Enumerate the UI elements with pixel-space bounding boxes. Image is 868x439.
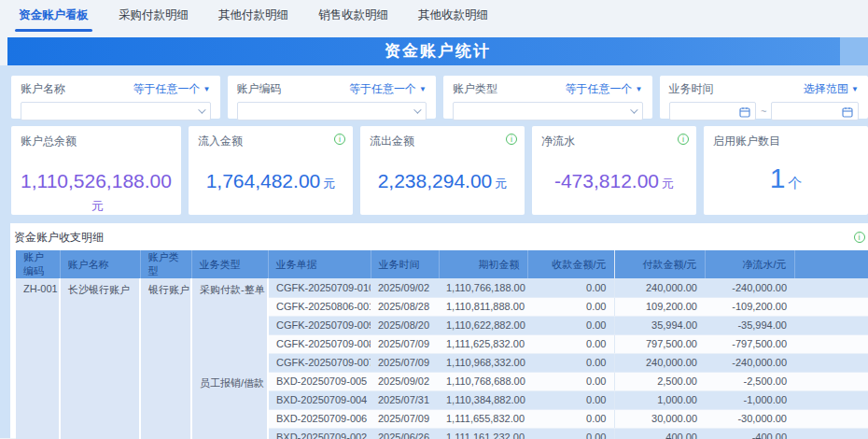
tab-purchase-payment-detail[interactable]: 采购付款明细 (117, 0, 190, 32)
column-header: 业务类型 (191, 250, 268, 278)
ledger-title: 资金账户收支明细 (14, 230, 104, 246)
column-header: 期初金额 (439, 250, 527, 278)
cell (794, 353, 868, 372)
filter-operator[interactable]: 等于任意一个▼ (566, 81, 643, 97)
cell: 0.00 (527, 409, 614, 428)
cell: 400.00 (614, 428, 705, 439)
cell: ZH-001 (16, 278, 60, 439)
info-icon[interactable]: i (854, 232, 865, 243)
cell: -797,500.00 (705, 334, 794, 353)
cell: -109,200.00 (705, 297, 794, 316)
cell: 0.00 (527, 353, 614, 372)
cell: 1,110,766,188.00 (439, 278, 527, 297)
cell: -1,000.00 (705, 390, 794, 409)
info-icon[interactable]: i (678, 134, 689, 145)
chevron-down-icon (198, 106, 205, 113)
cell: 1,111,655,832.00 (439, 409, 527, 428)
stat-value: 1个 (713, 163, 859, 194)
cell: 240,000.00 (614, 278, 705, 297)
cell: 2025/08/28 (371, 297, 439, 316)
stat-card-inflow: 流入金额 i 1,764,482.00元 (189, 126, 353, 215)
cell: 采购付款-整单 (191, 278, 268, 372)
cell (794, 372, 868, 390)
cell: 797,500.00 (614, 334, 705, 353)
cell: -30,000.00 (705, 409, 794, 428)
date-range-separator: ~ (761, 106, 766, 117)
cell: -2,500.00 (705, 372, 794, 390)
filter-operator[interactable]: 等于任意一个▼ (133, 81, 211, 97)
column-header: 净流水/元 (705, 250, 794, 278)
caret-down-icon: ▼ (851, 85, 859, 93)
cell: 0.00 (527, 297, 614, 316)
filter-and-stats-region: 账户名称 等于任意一个▼ 账户编码 等于任意一个▼ 账户类型 等于任意一个▼ (0, 65, 868, 223)
table-row: ZH-001长沙银行账户银行账户采购付款-整单CGFK-20250709-010… (16, 278, 868, 297)
filter-operator[interactable]: 等于任意一个▼ (349, 81, 427, 97)
cell: 1,110,968,332.00 (439, 353, 527, 372)
cell: 员工报销/借款 (191, 372, 268, 439)
cell: 2025/07/09 (371, 409, 439, 428)
cell: 0.00 (527, 316, 614, 334)
cell: -35,994.00 (705, 316, 794, 334)
cell: 1,110,622,882.00 (439, 316, 527, 334)
account-code-select[interactable] (237, 102, 427, 120)
calendar-icon[interactable] (842, 106, 853, 118)
caret-down-icon: ▼ (419, 85, 427, 93)
column-header: 账户编码 (16, 250, 60, 278)
tab-bar: 资金账户看板 采购付款明细 其他付款明细 销售收款明细 其他收款明细 (0, 0, 868, 31)
caret-down-icon: ▼ (203, 85, 211, 93)
filter-label: 账户类型 (453, 81, 497, 97)
stat-label: 启用账户数目 (713, 134, 859, 149)
filter-card-account-name: 账户名称 等于任意一个▼ (11, 76, 220, 119)
cell: 109,200.00 (614, 297, 705, 316)
cell: BXD-20250709-002 (268, 428, 371, 439)
cell: 2025/06/26 (371, 428, 439, 439)
ledger-table-body: ZH-001长沙银行账户银行账户采购付款-整单CGFK-20250709-010… (16, 278, 868, 439)
filter-card-account-type: 账户类型 等于任意一个▼ (443, 76, 652, 119)
cell (794, 334, 868, 353)
cell: -240,000.00 (705, 353, 794, 372)
cell: 1,110,768,688.00 (439, 372, 527, 390)
filter-row: 账户名称 等于任意一个▼ 账户编码 等于任意一个▼ 账户类型 等于任意一个▼ (11, 76, 868, 119)
calendar-icon[interactable] (739, 106, 750, 118)
cell: 1,000.00 (614, 390, 705, 409)
stat-label: 账户总余额 (21, 134, 172, 149)
end-date-input[interactable] (771, 102, 859, 120)
stat-label: 流出金额 (370, 134, 515, 149)
cell: BXD-20250709-006 (268, 409, 371, 428)
account-type-select[interactable] (453, 102, 643, 120)
tab-other-payment-detail[interactable]: 其他付款明细 (217, 0, 290, 32)
tab-fund-account-board[interactable]: 资金账户看板 (17, 0, 91, 32)
column-header: 账户类型 (140, 250, 191, 278)
column-header: 账户名称 (60, 250, 140, 278)
cell: 长沙银行账户 (60, 278, 140, 439)
cell: 2025/09/02 (371, 278, 439, 297)
cell: -400.00 (705, 428, 794, 439)
column-header: 收款金额/元 (527, 250, 614, 278)
tab-other-receipt-detail[interactable]: 其他收款明细 (416, 0, 490, 32)
cell: CGFK-20250709-008 (268, 334, 371, 353)
cell: 1,111,625,832.00 (439, 334, 527, 353)
cell: 0.00 (527, 428, 614, 439)
cell: 2025/07/31 (371, 390, 439, 409)
stat-card-row: 账户总余额 1,110,526,188.00元 流入金额 i 1,764,482… (11, 126, 868, 215)
tab-sales-receipt-detail[interactable]: 销售收款明细 (316, 0, 390, 32)
filter-label: 账户编码 (237, 81, 282, 97)
start-date-input[interactable] (669, 102, 757, 120)
cell: 30,000.00 (614, 409, 705, 428)
cell (794, 297, 868, 316)
stat-value: -473,812.00元 (541, 170, 687, 192)
stat-card-active-accounts: 启用账户数目 1个 (704, 126, 868, 215)
cell: 0.00 (527, 334, 614, 353)
caret-down-icon: ▼ (636, 85, 643, 93)
page-title: 资金账户统计 (7, 37, 868, 65)
account-name-select[interactable] (21, 102, 211, 120)
info-icon[interactable]: i (506, 134, 517, 145)
column-header: 业务时间 (371, 250, 439, 278)
filter-operator[interactable]: 选择范围▼ (804, 81, 859, 97)
stat-card-total-balance: 账户总余额 1,110,526,188.00元 (11, 126, 181, 215)
info-icon[interactable]: i (334, 134, 345, 145)
cell: 1,111,161,232.00 (439, 428, 527, 439)
cell: CGFK-20250709-010 (268, 278, 371, 297)
stat-value: 1,764,482.00元 (198, 170, 343, 192)
ledger-head-row: 账户编码账户名称账户类型业务类型业务单据业务时间期初金额收款金额/元付款金额/元… (16, 250, 868, 278)
